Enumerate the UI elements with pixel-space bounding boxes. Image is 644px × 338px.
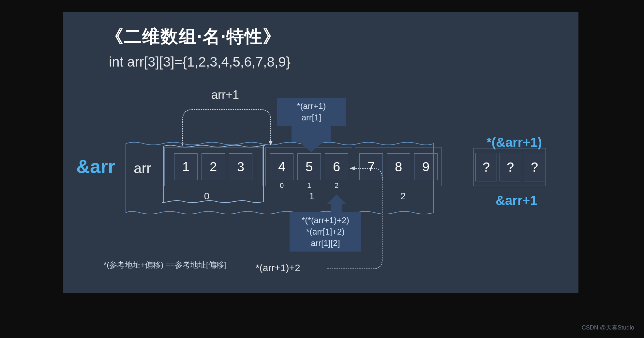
after-expr-label: *(arr+1)+2 [256, 262, 300, 273]
watermark: CSDN @天喜Studio [582, 324, 634, 331]
top-blue-callout: *(arr+1) arr[1] [277, 98, 346, 126]
cell-2-2: 9 [414, 153, 438, 180]
bottom-arrow-head-icon [327, 194, 346, 204]
star-star-text: *(*(arr+1)+2) [290, 215, 361, 226]
amp-arr-label: &arr [76, 155, 115, 177]
arr-plus1-arrow [173, 103, 277, 149]
footnote: *(参考地址+偏移) ==参考地址[偏移] [104, 260, 226, 270]
top-arrow-head-icon [299, 142, 323, 152]
cell-1-2: 6 [325, 153, 348, 180]
sub-index-1: 1 [306, 181, 312, 190]
sub-index-0: 0 [278, 181, 285, 190]
arr-1-2-text: arr[1][2] [290, 238, 361, 249]
arr-sub1-text: arr[1] [277, 112, 346, 123]
star-arr-plus1-text: *(arr+1) [277, 100, 346, 112]
star-amp-arr-label: *(&arr+1) [487, 135, 542, 150]
declaration-text: int arr[3][3]={1,2,3,4,5,6,7,8,9} [109, 54, 291, 70]
row-index-1: 1 [305, 191, 318, 202]
cell-1-1: 5 [297, 153, 321, 180]
sub-index-2: 2 [333, 181, 340, 190]
extra-cell-2: ? [524, 153, 545, 181]
page-title: 《二维数组·名·特性》 [106, 25, 281, 49]
row-index-0: 0 [200, 191, 213, 202]
row-index-2: 2 [397, 191, 410, 202]
arr-plus1-label: arr+1 [211, 88, 239, 102]
top-arrow-stem [292, 123, 331, 142]
arr-label: arr [134, 160, 151, 177]
cell-1-0: 4 [270, 153, 293, 180]
star-arr1-2-text: *(arr[1]+2) [290, 226, 361, 238]
cell-0-0: 1 [174, 153, 198, 180]
cell-0-2: 3 [229, 153, 252, 180]
cell-2-0: 7 [359, 153, 383, 180]
slide: 《二维数组·名·特性》 int arr[3][3]={1,2,3,4,5,6,7… [63, 12, 578, 293]
bottom-arrow-stem [331, 204, 342, 213]
cell-2-1: 8 [387, 153, 410, 180]
extra-cell-0: ? [475, 153, 497, 181]
cell-0-1: 2 [202, 153, 225, 180]
amp-arr-plus1-label: &arr+1 [496, 193, 537, 208]
extra-cell-1: ? [500, 153, 521, 181]
bottom-blue-callout: *(*(arr+1)+2) *(arr[1]+2) arr[1][2] [290, 212, 361, 252]
